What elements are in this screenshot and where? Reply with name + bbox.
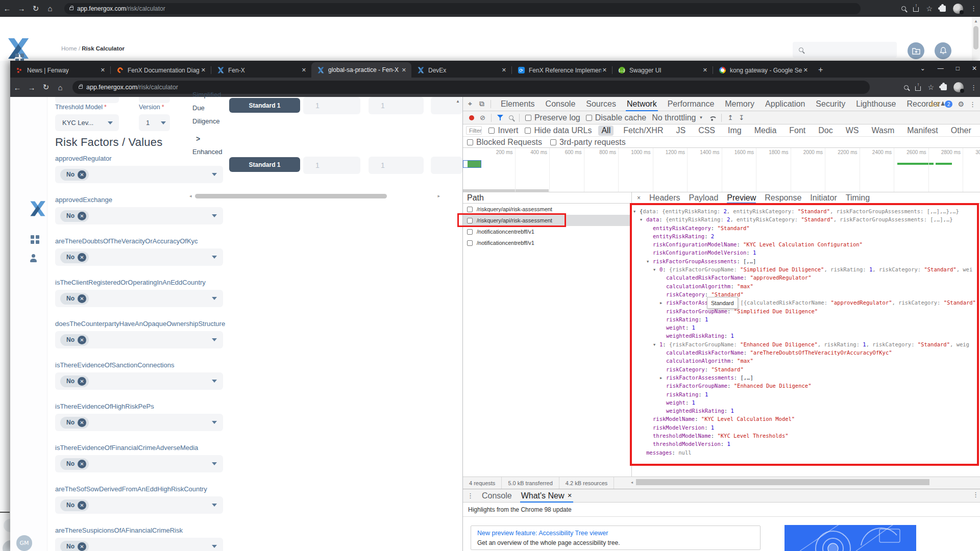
drawer-tab-console[interactable]: Console (481, 489, 513, 503)
zoom-icon[interactable] (904, 85, 909, 90)
devtools-tab-elements[interactable]: Elements (500, 97, 536, 111)
tab-close-icon[interactable]: ✕ (401, 67, 407, 73)
value-chip[interactable]: No✕ (60, 541, 89, 551)
risk-factor-select[interactable]: No✕ (55, 455, 223, 472)
reload-icon[interactable]: ↻ (29, 4, 43, 13)
devtools-tab-memory[interactable]: Memory (724, 97, 755, 111)
chip-remove-icon[interactable]: ✕ (78, 294, 86, 303)
drawer-tab-whats-new[interactable]: What's New✕ (520, 489, 573, 503)
outer-address-bar[interactable]: app.fenergox.com/risk/calculator (64, 3, 861, 14)
profile-avatar[interactable] (953, 82, 964, 92)
back-icon[interactable]: ← (10, 83, 24, 92)
throttling-select[interactable]: No throttling▼ (652, 113, 703, 122)
forward-icon[interactable]: → (24, 83, 39, 92)
third-party-checkbox[interactable]: 3rd-party requests (550, 138, 626, 147)
invert-checkbox[interactable]: Invert (488, 126, 518, 135)
scroll-right-arrow[interactable]: ▸ (437, 193, 440, 198)
scrollbar-up-arrow[interactable]: ▲ (974, 19, 978, 23)
request-row[interactable]: /notificationcentrebff/v1 (463, 226, 631, 237)
request-type-manifest[interactable]: Manifest (904, 126, 941, 136)
devtools-tab-application[interactable]: Application (764, 97, 806, 111)
risk-factor-select[interactable]: No✕ (55, 538, 223, 551)
request-type-doc[interactable]: Doc (815, 126, 836, 136)
value-chip[interactable]: No✕ (60, 210, 89, 222)
response-tab-payload[interactable]: Payload (689, 192, 719, 204)
window-tab[interactable]: {…}Swagger UI✕ (612, 63, 713, 78)
close-detail-icon[interactable]: × (637, 194, 641, 202)
inspect-element-icon[interactable]: ⌖ (468, 99, 472, 108)
threshold-model-select[interactable]: KYC Lev... (55, 114, 119, 131)
request-type-wasm[interactable]: Wasm (869, 126, 898, 136)
chip-remove-icon[interactable]: ✕ (78, 501, 86, 510)
filter-funnel-icon[interactable] (497, 115, 503, 120)
close-icon[interactable]: ✕ (972, 65, 977, 72)
request-checkbox[interactable] (467, 207, 473, 212)
request-checkbox[interactable] (467, 229, 473, 235)
request-waterfall-bar[interactable] (936, 163, 952, 165)
scrollbar-thumb[interactable] (195, 194, 387, 198)
preserve-log-checkbox[interactable]: Preserve log (525, 113, 580, 122)
fenergo-logo[interactable] (30, 201, 46, 217)
add-folder-button[interactable] (908, 42, 924, 59)
window-tab[interactable]: Fen-X✕ (211, 63, 311, 78)
devtools-tab-security[interactable]: Security (815, 97, 846, 111)
extensions-puzzle-icon[interactable] (941, 84, 947, 90)
home-icon[interactable]: ⌂ (53, 83, 67, 92)
filter-input[interactable]: Filter (466, 126, 482, 135)
tab-close-icon[interactable]: ✕ (702, 67, 708, 73)
outer-page-scrollbar[interactable]: ▲ (972, 17, 980, 61)
issues-badge[interactable]: 2 (945, 101, 953, 108)
scrollbar-thumb[interactable] (973, 26, 978, 49)
value-chip[interactable]: No✕ (60, 499, 89, 511)
window-tab[interactable]: DevEx✕ (411, 63, 511, 78)
app-scrollbar-up-arrow[interactable]: ▲ (456, 99, 460, 104)
request-type-fetch-xhr[interactable]: Fetch/XHR (620, 126, 666, 136)
window-tab[interactable]: global-sa-practice - Fen-X✕ (311, 62, 411, 78)
risk-factor-select[interactable]: No✕ (55, 207, 223, 224)
outer-sidebar-dashboard-icon[interactable] (15, 50, 19, 59)
drawer-menu-icon[interactable]: ⋮ (467, 492, 474, 499)
window-tab[interactable]: kong gateway - Google Se✕ (713, 63, 813, 78)
devtools-tab-lighthouse[interactable]: Lighthouse (855, 97, 897, 111)
settings-gear-icon[interactable]: ⚙ (958, 100, 964, 108)
export-har-icon[interactable]: ↧ (739, 114, 744, 121)
threshold-cell-partial[interactable] (431, 157, 462, 174)
path-column-header[interactable]: Path (467, 193, 484, 203)
value-chip[interactable]: No✕ (60, 293, 89, 305)
reload-icon[interactable]: ↻ (39, 83, 53, 92)
chip-remove-icon[interactable]: ✕ (78, 170, 86, 179)
tab-close-icon[interactable]: ✕ (802, 67, 809, 73)
chip-remove-icon[interactable]: ✕ (78, 460, 86, 468)
response-tab-preview[interactable]: Preview (727, 192, 756, 204)
tab-close-icon[interactable]: ✕ (100, 67, 106, 73)
maximize-icon[interactable]: □ (956, 65, 960, 72)
value-chip[interactable]: No✕ (60, 458, 89, 470)
request-type-ws[interactable]: WS (843, 126, 862, 136)
request-type-font[interactable]: Font (786, 126, 808, 136)
chip-remove-icon[interactable]: ✕ (78, 542, 86, 551)
network-overview-timeline[interactable]: 200 ms400 ms600 ms800 ms1000 ms1200 ms14… (463, 148, 980, 192)
tab-close-icon[interactable]: ✕ (200, 67, 207, 73)
scroll-left-arrow[interactable]: ◂ (189, 193, 192, 198)
request-type-other[interactable]: Other (948, 126, 974, 136)
tab-close-icon[interactable]: ✕ (501, 67, 507, 73)
devtools-menu-icon[interactable]: ⋮ (969, 101, 976, 108)
risk-factor-select[interactable]: No✕ (55, 166, 223, 183)
scroll-left-arrow[interactable]: ◂ (631, 480, 633, 485)
sidebar-item-profile[interactable] (31, 253, 36, 262)
value-chip[interactable]: No✕ (60, 252, 89, 263)
response-tab-initiator[interactable]: Initiator (810, 192, 837, 204)
request-checkbox[interactable] (467, 240, 473, 246)
devtools-tab-console[interactable]: Console (545, 97, 577, 111)
risk-factor-select[interactable]: No✕ (55, 331, 223, 348)
version-select[interactable]: 1 (139, 114, 170, 131)
close-tab-icon[interactable]: ✕ (568, 492, 572, 499)
request-row[interactable]: /notificationcentrebff/v1 (463, 237, 631, 248)
value-chip[interactable]: No✕ (60, 417, 89, 429)
forward-icon[interactable]: → (14, 4, 29, 13)
breadcrumb-home[interactable]: Home (61, 45, 77, 52)
value-chip[interactable]: No✕ (60, 375, 89, 387)
zoom-icon[interactable] (901, 6, 906, 11)
window-tab[interactable]: FenX Documentation Diag✕ (111, 63, 211, 78)
devtools-tab-network[interactable]: Network (626, 97, 658, 111)
